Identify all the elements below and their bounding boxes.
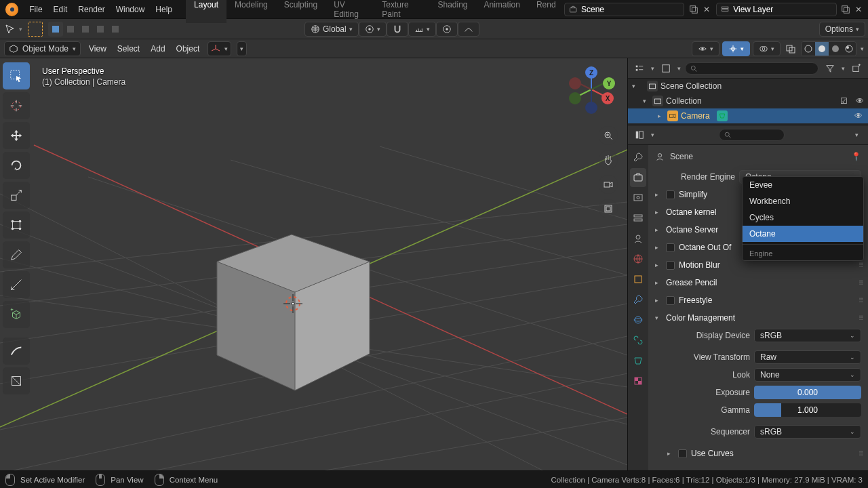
ptab-scene[interactable] [630, 229, 646, 248]
gamma-field[interactable]: 1.000 [754, 403, 861, 417]
outliner-editor-type[interactable] [632, 61, 647, 76]
ptab-modifiers[interactable] [630, 290, 646, 309]
display-device-select[interactable]: sRGB⌄ [754, 329, 861, 342]
look-select[interactable]: None⌄ [754, 368, 861, 382]
scene-selector[interactable] [564, 3, 685, 16]
panel-freestyle[interactable]: ▸Freestyle⠿ [652, 291, 864, 309]
snap-toggle[interactable] [387, 22, 408, 37]
panel-grease-pencil[interactable]: ▸Grease Pencil⠿ [652, 274, 864, 291]
header-view[interactable]: View [86, 44, 109, 54]
sequencer-select[interactable]: sRGB⌄ [754, 425, 861, 439]
ptab-constraints[interactable] [630, 331, 646, 350]
eye-icon[interactable]: 👁 [854, 111, 863, 121]
tool-add-cube[interactable] [3, 301, 30, 328]
tool-annotate[interactable] [3, 241, 30, 268]
scene-new-button[interactable] [687, 3, 700, 16]
menu-file[interactable]: File [24, 5, 47, 14]
tool-rotate[interactable] [3, 152, 30, 179]
outliner-display-mode[interactable] [658, 61, 673, 76]
proportional-edit[interactable] [436, 22, 458, 37]
engine-option-eevee[interactable]: Eevee [743, 177, 863, 193]
menu-render[interactable]: Render [73, 5, 110, 14]
tab-sculpting[interactable]: Sculpting [276, 0, 326, 23]
visibility-dropdown[interactable]: ▾ [692, 41, 719, 56]
axis-y[interactable]: Y [603, 77, 615, 89]
viewlayer-new-button[interactable] [840, 3, 852, 16]
panel-use-curves[interactable]: ▸Use Curves⠿ [667, 445, 864, 462]
checkbox[interactable] [666, 261, 675, 270]
axis-x[interactable]: X [601, 92, 614, 104]
tool-shear[interactable] [3, 338, 30, 365]
checkbox[interactable] [678, 449, 687, 458]
select-mode-intersect[interactable] [108, 22, 123, 37]
ptab-physics[interactable] [630, 310, 646, 329]
zoom-widget[interactable] [599, 126, 618, 145]
snap-target[interactable]: ▾ [408, 22, 436, 37]
shading-rendered[interactable] [842, 42, 856, 56]
tab-texture-paint[interactable]: Texture Paint [374, 0, 429, 23]
mode-selector[interactable]: Object Mode ▾ [4, 41, 81, 56]
ptab-texture[interactable] [630, 371, 646, 390]
xray-button[interactable] [783, 41, 798, 56]
perspective-widget[interactable] [599, 199, 618, 218]
tab-modeling[interactable]: Modeling [226, 0, 276, 23]
header-object[interactable]: Object [174, 44, 203, 54]
tool-select-box[interactable] [3, 62, 30, 89]
eye-icon[interactable]: 👁 [856, 96, 864, 106]
shading-wireframe[interactable] [802, 42, 815, 56]
tab-rendering[interactable]: Rend [528, 0, 564, 23]
scene-name-input[interactable] [581, 5, 679, 14]
pin-icon[interactable]: 📍 [851, 152, 861, 161]
menu-window[interactable]: Window [111, 5, 151, 14]
select-mode-extend[interactable] [63, 22, 78, 37]
tool-cursor[interactable] [3, 92, 30, 119]
viewlayer-selector[interactable] [716, 3, 837, 16]
axis-neg-y[interactable] [569, 92, 581, 104]
ptab-render[interactable] [630, 168, 646, 187]
pan-widget[interactable] [599, 150, 618, 169]
checkbox[interactable] [666, 190, 675, 199]
axis-neg-x[interactable] [569, 77, 581, 89]
outliner-filter[interactable] [823, 61, 837, 76]
tool-move[interactable] [3, 122, 30, 149]
tool-scale[interactable] [3, 182, 30, 209]
render-engine-dropdown[interactable]: Eevee Workbench Cycles Octane Engine [742, 176, 864, 261]
tree-scene-collection[interactable]: ▾ Scene Collection [628, 79, 868, 94]
engine-option-octane[interactable]: Octane [743, 226, 863, 242]
tree-collection[interactable]: ▾ Collection ☑ 👁 [628, 94, 868, 108]
tab-shading[interactable]: Shading [429, 0, 475, 23]
tree-item-camera[interactable]: ▸ Camera 👁 [628, 108, 868, 123]
ptab-data[interactable] [630, 351, 646, 370]
checkbox[interactable] [666, 296, 675, 305]
navigation-gizmo[interactable]: X Y Z [568, 68, 615, 115]
ptab-output[interactable] [630, 188, 646, 207]
shading-material[interactable] [829, 42, 842, 56]
select-mode-subtract[interactable] [78, 22, 93, 37]
panel-color-management[interactable]: ▾Color Management⠿ [652, 309, 864, 327]
select-mode-new[interactable] [48, 22, 63, 37]
viewlayer-delete-button[interactable]: ✕ [852, 3, 865, 16]
view-transform-select[interactable]: Raw⌄ [754, 350, 861, 364]
menu-help[interactable]: Help [150, 5, 178, 14]
select-box-icon[interactable] [28, 22, 43, 37]
axis-neg-z[interactable] [585, 102, 597, 114]
camera-widget[interactable] [599, 175, 618, 194]
tool-transform[interactable] [3, 211, 30, 239]
properties-search[interactable] [719, 129, 785, 141]
axis-z[interactable]: Z [585, 66, 597, 79]
tab-animation[interactable]: Animation [476, 0, 528, 23]
header-select[interactable]: Select [115, 44, 142, 54]
shading-options[interactable]: ▾ [861, 45, 864, 52]
extra-dropdown[interactable]: ▾ [237, 41, 247, 56]
outliner-new-collection[interactable] [849, 61, 864, 76]
tab-uv-editing[interactable]: UV Editing [326, 0, 374, 23]
properties-editor-type[interactable] [632, 127, 647, 142]
exclude-checkbox[interactable]: ☑ [840, 96, 848, 106]
outliner[interactable]: ▾ Scene Collection ▾ Collection ☑ 👁 ▸ [628, 79, 868, 125]
tool-measure[interactable] [3, 271, 30, 298]
options-button[interactable]: Options ▾ [819, 22, 865, 37]
header-add[interactable]: Add [148, 44, 167, 54]
outliner-search[interactable] [685, 62, 818, 75]
ptab-object[interactable] [630, 270, 646, 289]
select-mode-invert[interactable] [93, 22, 108, 37]
